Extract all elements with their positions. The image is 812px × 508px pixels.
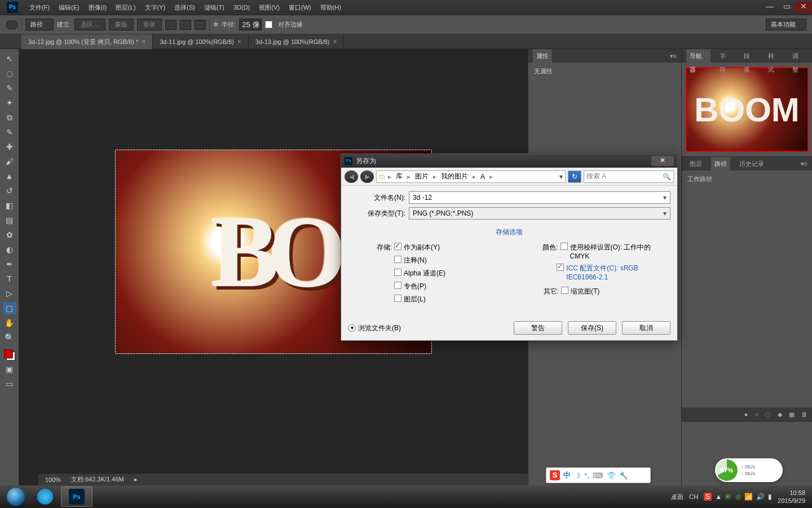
eraser-tool[interactable]: ◧ bbox=[3, 199, 16, 212]
type-tool[interactable]: T bbox=[3, 273, 16, 285]
adjustments-tab[interactable]: 调整 bbox=[789, 49, 807, 63]
doc-tab-1[interactable]: 3d-12.jpg @ 100% (背景 拷贝, RGB/8) *× bbox=[21, 34, 153, 49]
crop-tool[interactable]: ⧉ bbox=[3, 111, 16, 124]
zoom-level[interactable]: 100% bbox=[45, 476, 61, 483]
task-photoshop[interactable]: Ps bbox=[61, 487, 92, 507]
net-icon[interactable]: 📶 bbox=[744, 493, 753, 501]
menu-edit[interactable]: 编辑(E) bbox=[54, 3, 84, 12]
crumb-library[interactable]: 库 bbox=[394, 172, 405, 181]
ime-punct-icon[interactable]: °, bbox=[584, 471, 589, 480]
search-input[interactable]: 搜索 A 🔍 bbox=[584, 170, 674, 183]
hand-tool[interactable]: ✋ bbox=[3, 317, 16, 329]
stroke-path-icon[interactable]: ○ bbox=[754, 411, 758, 418]
desktop-label[interactable]: 桌面 bbox=[671, 493, 683, 501]
gear-icon[interactable]: ✲ bbox=[213, 21, 218, 28]
crumb-pictures[interactable]: 图片 bbox=[413, 172, 431, 181]
mode-dropdown[interactable]: 路径 bbox=[25, 19, 54, 30]
fill-path-icon[interactable]: ● bbox=[744, 411, 748, 418]
navigator-thumbnail[interactable]: BOOM bbox=[686, 67, 809, 152]
ime-toolbar[interactable]: S 中 ☽ °, ⌨ 👕 🔧 bbox=[546, 467, 651, 483]
spot-checkbox[interactable] bbox=[394, 282, 401, 289]
move-tool[interactable]: ↖ bbox=[3, 52, 16, 65]
radius-input[interactable] bbox=[239, 19, 262, 30]
panel-menu-icon[interactable]: ▾≡ bbox=[670, 52, 677, 60]
thumbnail-checkbox[interactable] bbox=[561, 287, 568, 294]
combine-icon[interactable] bbox=[165, 20, 176, 30]
task-browser[interactable] bbox=[29, 487, 61, 507]
maximize-button[interactable]: ▭ bbox=[778, 2, 795, 13]
crumb-a[interactable]: A bbox=[478, 173, 487, 181]
blur-tool[interactable]: ✿ bbox=[3, 229, 16, 241]
gradient-tool[interactable]: ▤ bbox=[3, 214, 16, 226]
ime-skin-icon[interactable]: 👕 bbox=[607, 471, 616, 480]
zoom-tool[interactable]: 🔍 bbox=[3, 331, 16, 344]
delete-path-icon[interactable]: 🗑 bbox=[801, 411, 807, 418]
menu-file[interactable]: 文件(F) bbox=[25, 3, 54, 12]
properties-tab[interactable]: 属性 bbox=[533, 49, 552, 63]
wand-tool[interactable]: ✦ bbox=[3, 97, 16, 109]
doc-tab-3[interactable]: 3d-13.jpg @ 100%(RGB/8)× bbox=[249, 34, 345, 49]
cancel-button[interactable]: 取消 bbox=[622, 321, 670, 335]
chevron-down-icon[interactable]: ▾ bbox=[559, 173, 563, 181]
close-icon[interactable]: × bbox=[333, 34, 337, 49]
save-button[interactable]: 保存(S) bbox=[568, 321, 616, 335]
filetype-dropdown[interactable]: PNG (*.PNG;*.PNS)▾ bbox=[409, 207, 670, 220]
pen-tool[interactable]: ✒ bbox=[3, 258, 16, 270]
network-speed-widget[interactable]: 67% ↑ 0K/s ↓ 0K/s bbox=[715, 458, 783, 482]
paragraph-tab[interactable]: 段落 bbox=[740, 49, 759, 63]
new-path-icon[interactable]: ▦ bbox=[789, 411, 795, 418]
nav-back-button[interactable]: ◀ bbox=[345, 170, 358, 183]
rounded-rect-tool[interactable]: ▢ bbox=[3, 302, 16, 314]
styles-tab[interactable]: 样式 bbox=[765, 49, 783, 63]
lang-indicator[interactable]: CH bbox=[689, 493, 698, 500]
panel-menu-icon[interactable]: ▾≡ bbox=[801, 160, 807, 168]
filename-input[interactable]: 3d -12▾ bbox=[409, 191, 670, 204]
selection-button[interactable]: 选区… bbox=[74, 19, 105, 30]
quickmask-tool[interactable]: ▣ bbox=[3, 363, 16, 375]
volume-icon[interactable]: 🔊 bbox=[756, 493, 765, 501]
battery-icon[interactable]: ▮ bbox=[768, 493, 772, 501]
menu-help[interactable]: 帮助(H) bbox=[316, 3, 346, 12]
align-edges-checkbox[interactable] bbox=[265, 21, 272, 28]
work-path-item[interactable]: 工作路径 bbox=[687, 175, 806, 183]
dialog-close-button[interactable]: ✕ bbox=[651, 156, 674, 166]
arrange-icon[interactable] bbox=[195, 20, 206, 30]
status-arrow-icon[interactable]: ▸ bbox=[134, 476, 138, 483]
ime-tool-icon[interactable]: 🔧 bbox=[619, 471, 628, 480]
alpha-checkbox[interactable] bbox=[394, 269, 401, 276]
dodge-tool[interactable]: ◐ bbox=[3, 243, 16, 256]
annotations-checkbox[interactable] bbox=[394, 256, 401, 263]
menu-window[interactable]: 窗口(W) bbox=[284, 3, 316, 12]
mask-button[interactable]: 蒙版 bbox=[109, 19, 134, 30]
flag-icon[interactable]: ▲ bbox=[715, 493, 722, 501]
safe-icon[interactable]: ◎ bbox=[735, 493, 741, 501]
chevron-down-icon[interactable]: ▾ bbox=[663, 194, 667, 202]
tool-preset-icon[interactable] bbox=[6, 20, 18, 29]
make-workpath-icon[interactable]: ◆ bbox=[778, 411, 782, 418]
sogou-tray-icon[interactable]: S bbox=[704, 493, 712, 501]
lasso-tool[interactable]: ✎ bbox=[3, 82, 16, 94]
workspace-switcher[interactable]: 基本功能 bbox=[766, 19, 806, 30]
start-button[interactable] bbox=[2, 487, 29, 507]
refresh-button[interactable]: ↻ bbox=[568, 170, 581, 183]
menu-filter[interactable]: 滤镜(T) bbox=[200, 3, 229, 12]
copy-checkbox[interactable] bbox=[394, 243, 401, 250]
history-tab[interactable]: 历史记录 bbox=[736, 157, 767, 170]
ime-lang[interactable]: 中 bbox=[563, 470, 571, 480]
character-tab[interactable]: 字符 bbox=[716, 49, 735, 63]
nav-forward-button[interactable]: ▶ bbox=[360, 170, 374, 183]
screenmode-tool[interactable]: ▭ bbox=[3, 378, 16, 390]
warning-button[interactable]: 警告 bbox=[514, 321, 562, 335]
layers-checkbox[interactable] bbox=[394, 295, 401, 302]
breadcrumb-path[interactable]: 🗀 ▸ 库▸ 图片▸ 我的图片▸ A▸ ▾ bbox=[376, 170, 566, 183]
navigator-tab[interactable]: 导航器 bbox=[686, 49, 710, 63]
dialog-titlebar[interactable]: Ps 另存为 ✕ bbox=[341, 154, 677, 168]
chevron-down-icon[interactable]: ▾ bbox=[663, 209, 667, 217]
stamp-tool[interactable]: ▲ bbox=[3, 170, 16, 182]
fg-color[interactable] bbox=[4, 349, 13, 358]
ime-moon-icon[interactable]: ☽ bbox=[574, 471, 581, 480]
align-icon[interactable] bbox=[180, 20, 191, 30]
tray-clock[interactable]: 10:58 2015/9/29 bbox=[778, 489, 805, 505]
menu-type[interactable]: 文字(Y) bbox=[140, 3, 170, 12]
menu-3d[interactable]: 3D(D) bbox=[229, 4, 254, 11]
